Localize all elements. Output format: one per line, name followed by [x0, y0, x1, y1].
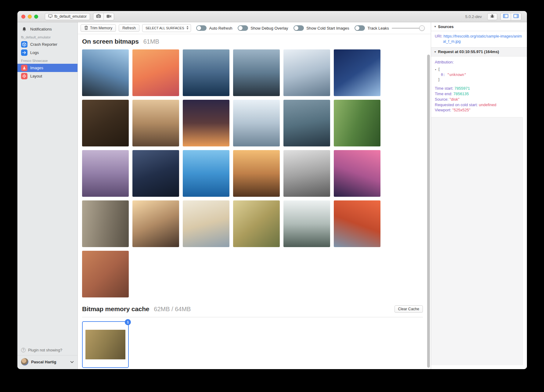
bitmap-golden-gate-tower[interactable] — [334, 200, 380, 247]
bitmap-tools-flatlay[interactable] — [82, 100, 129, 146]
request-field: Requested on cold start: undefined — [435, 102, 523, 108]
user-menu[interactable]: Pascal Hartig — [17, 355, 77, 369]
minimize-window-button[interactable] — [28, 15, 32, 19]
toggle-show-cold-start-images[interactable]: Show Cold Start Images — [294, 25, 349, 31]
traffic-lights — [21, 15, 38, 19]
zoom-slider[interactable] — [392, 25, 424, 31]
bracket-open: [ — [438, 67, 440, 72]
cache-grid: 1 — [82, 321, 423, 368]
bug-report-button[interactable] — [487, 13, 497, 20]
close-window-button[interactable] — [21, 15, 25, 19]
bitmap-santorini-buildings[interactable] — [183, 200, 229, 247]
toggle-left-panel-button[interactable] — [501, 13, 511, 20]
toggle-auto-refresh[interactable]: Auto Refresh — [196, 25, 232, 31]
crash-reporter-icon — [21, 41, 27, 48]
sidebar-item-notifications[interactable]: Notifications — [17, 25, 77, 33]
bitmap-night-sky-light[interactable] — [334, 49, 380, 96]
request-section-header[interactable]: ▾ Request at 03:10:55.971 (164ms) — [431, 47, 527, 56]
cache-divider — [82, 317, 423, 317]
cache-size: 62MB / 64MB — [154, 306, 191, 313]
bitmap-autumn-leaves[interactable] — [233, 200, 280, 247]
screenshot-button[interactable] — [93, 13, 103, 20]
chevron-down-icon — [70, 359, 74, 365]
clear-cache-button[interactable]: Clear Cache — [394, 305, 423, 313]
cache-bitmap-lion-portrait[interactable]: 1 — [82, 321, 129, 368]
surface-select-value: SELECT ALL SURFACES — [146, 26, 184, 30]
sidebar-item-layout[interactable]: Layout — [17, 72, 77, 80]
bitmap-coffee-on-tiles[interactable] — [82, 251, 129, 297]
bitmap-snowy-mountains[interactable] — [283, 49, 330, 96]
sidebar: Notifications fb_default_emulator Crash … — [17, 22, 78, 369]
flipper-window: fb_default_emulator 5.0.2-dev — [17, 11, 527, 369]
toggle-right-panel-button[interactable] — [511, 13, 521, 20]
bitmap-concrete-cross-sky[interactable] — [233, 100, 280, 146]
panel-left-icon — [503, 14, 508, 19]
main-scrollbar-thumb[interactable] — [427, 55, 430, 368]
bell-icon — [21, 26, 27, 32]
sources-title: Sources — [438, 24, 454, 29]
cache-count-badge: 1 — [125, 319, 131, 325]
onscreen-section-head: On screen bitmaps 61MB — [82, 38, 423, 45]
toggle-track-leaks[interactable]: Track Leaks — [355, 25, 389, 31]
disclosure-triangle-icon: ▾ — [434, 50, 436, 53]
bitmap-bamboo-stalks[interactable] — [334, 100, 380, 146]
titlebar: fb_default_emulator 5.0.2-dev — [17, 11, 527, 22]
request-field: Time start: 7855971 — [435, 86, 523, 91]
device-selector-label: fb_default_emulator — [54, 14, 87, 19]
toggle-switch[interactable] — [355, 25, 365, 31]
surface-select[interactable]: SELECT ALL SURFACES — [142, 24, 191, 32]
disclosure-triangle-icon: ▾ — [434, 25, 436, 28]
toggle-switch[interactable] — [196, 25, 207, 31]
toggle-label: Show Cold Start Images — [306, 26, 349, 31]
bitmap-church-night-sky[interactable] — [183, 100, 229, 146]
zoom-window-button[interactable] — [34, 15, 38, 19]
toggle-label: Show Debug Overlay — [250, 26, 288, 31]
bitmap-city-street-sunset[interactable] — [233, 150, 280, 197]
plugin-main: Trim Memory Refresh SELECT ALL SURFACES … — [78, 22, 431, 369]
device-selector[interactable]: fb_default_emulator — [45, 13, 90, 20]
plugin-help-label: Plugin not showing? — [28, 348, 62, 352]
bitmap-station-sun-flare[interactable] — [132, 200, 179, 247]
sources-section-header[interactable]: ▾ Sources — [431, 22, 527, 31]
bitmap-foggy-purple-trees[interactable] — [82, 150, 129, 197]
sidebar-item-images[interactable]: Images — [17, 64, 77, 72]
capture-button-group — [93, 13, 114, 20]
bitmap-orange-flowers[interactable] — [132, 49, 179, 96]
screen-record-button[interactable] — [103, 13, 114, 20]
bracket-close: ] — [435, 77, 523, 83]
toggle-switch[interactable] — [294, 25, 304, 31]
bitmap-man-by-sea[interactable] — [183, 49, 229, 96]
slider-thumb[interactable] — [419, 25, 425, 31]
cache-title: Bitmap memory cache — [82, 305, 149, 313]
bitmap-bw-hillside-path[interactable] — [283, 150, 330, 197]
toolbar-toggles: Auto RefreshShow Debug OverlayShow Cold … — [196, 25, 389, 31]
bitmap-bridge-at-night[interactable] — [132, 150, 179, 197]
toggle-label: Auto Refresh — [209, 26, 232, 31]
bitmap-spire-building[interactable] — [82, 49, 129, 96]
uri-link[interactable]: https://frescolib.org/static/sample-imag… — [443, 34, 522, 44]
refresh-label: Refresh — [122, 26, 136, 30]
toggle-show-debug-overlay[interactable]: Show Debug Overlay — [238, 25, 288, 31]
request-field: Viewport: "525x525" — [435, 107, 523, 113]
onscreen-size: 61MB — [143, 38, 159, 45]
bitmap-man-misty-lake[interactable] — [283, 100, 330, 146]
bitmap-weathered-planks[interactable] — [82, 200, 129, 247]
bitmap-wooden-pier[interactable] — [132, 100, 179, 146]
sidebar-item-label: Images — [30, 66, 43, 70]
panel-toggle-group — [500, 13, 521, 20]
bitmap-sea-with-boat[interactable] — [183, 150, 229, 197]
bitmap-plane-wreck-beach[interactable] — [233, 49, 280, 96]
bitmap-snowy-pine-forest[interactable] — [283, 200, 330, 247]
sidebar-item-crash-reporter[interactable]: Crash Reporter — [17, 40, 77, 49]
request-fields: Time start: 7855971Time end: 7856135Sour… — [435, 86, 523, 113]
bug-icon — [490, 14, 495, 19]
camera-icon — [96, 14, 101, 19]
toggle-switch[interactable] — [238, 25, 248, 31]
refresh-button[interactable]: Refresh — [119, 24, 139, 32]
uri-row: URI: https://frescolib.org/static/sample… — [431, 31, 527, 47]
disclosure-triangle-icon[interactable]: ▾ — [435, 68, 436, 72]
plugin-help-link[interactable]: ? Plugin not showing? — [17, 345, 77, 355]
sidebar-item-logs[interactable]: Logs — [17, 49, 77, 57]
bitmap-pink-storm-clouds[interactable] — [334, 150, 380, 197]
trim-memory-button[interactable]: Trim Memory — [81, 24, 116, 32]
